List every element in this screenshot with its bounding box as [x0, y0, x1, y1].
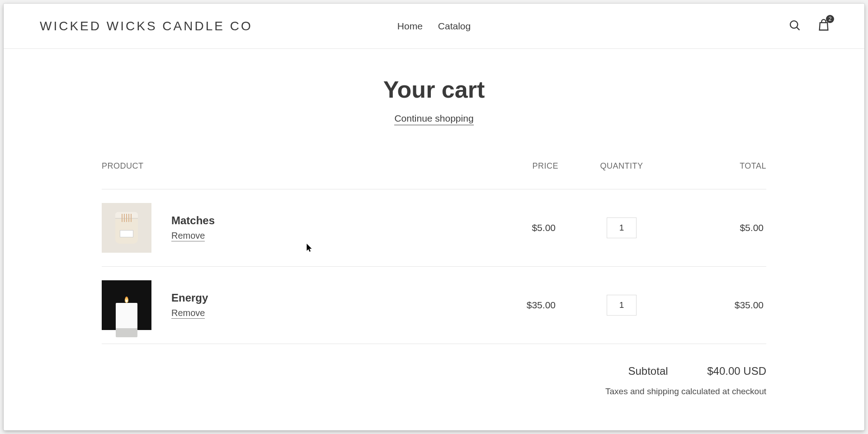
- site-header: WICKED WICKS CANDLE CO Home Catalog 2: [4, 4, 864, 49]
- product-image[interactable]: [102, 280, 151, 330]
- quantity-input[interactable]: [607, 295, 637, 316]
- bag-icon: [817, 26, 830, 33]
- col-total: TOTAL: [685, 161, 766, 171]
- col-quantity: QUANTITY: [558, 161, 685, 171]
- cart-count-badge: 2: [826, 15, 834, 23]
- app-window: WICKED WICKS CANDLE CO Home Catalog 2 Yo…: [4, 4, 864, 430]
- col-price: PRICE: [450, 161, 558, 171]
- product-name[interactable]: Matches: [171, 214, 450, 227]
- page-title: Your cart: [4, 76, 864, 103]
- product-name[interactable]: Energy: [171, 292, 450, 304]
- remove-link[interactable]: Remove: [171, 308, 205, 319]
- nav-catalog[interactable]: Catalog: [438, 21, 471, 32]
- search-button[interactable]: [786, 16, 804, 36]
- item-total: $35.00: [685, 300, 766, 311]
- main-nav: Home Catalog: [397, 21, 471, 32]
- search-icon: [788, 26, 801, 33]
- cart-button[interactable]: 2: [815, 16, 833, 36]
- remove-link[interactable]: Remove: [171, 231, 205, 241]
- cart-header-row: PRODUCT PRICE QUANTITY TOTAL: [102, 161, 766, 189]
- item-price: $5.00: [450, 222, 558, 233]
- cart-table: PRODUCT PRICE QUANTITY TOTAL Matches Rem…: [102, 161, 766, 396]
- cart-summary: Subtotal $40.00 USD Taxes and shipping c…: [102, 365, 766, 396]
- site-logo[interactable]: WICKED WICKS CANDLE CO: [40, 19, 253, 33]
- cart-item: Energy Remove $35.00 $35.00: [102, 267, 766, 344]
- continue-shopping-link[interactable]: Continue shopping: [394, 113, 473, 125]
- tax-note: Taxes and shipping calculated at checkou…: [102, 387, 766, 396]
- cart-item: Matches Remove $5.00 $5.00: [102, 189, 766, 267]
- svg-line-1: [797, 28, 800, 30]
- nav-home[interactable]: Home: [397, 21, 423, 32]
- quantity-input[interactable]: [607, 217, 637, 238]
- subtotal-value: $40.00 USD: [707, 365, 766, 377]
- cart-page: Your cart Continue shopping PRODUCT PRIC…: [4, 49, 864, 396]
- svg-point-0: [790, 21, 797, 28]
- subtotal-label: Subtotal: [628, 365, 668, 377]
- item-total: $5.00: [685, 222, 766, 233]
- col-product: PRODUCT: [102, 161, 450, 171]
- item-price: $35.00: [450, 300, 558, 311]
- product-image[interactable]: [102, 203, 151, 253]
